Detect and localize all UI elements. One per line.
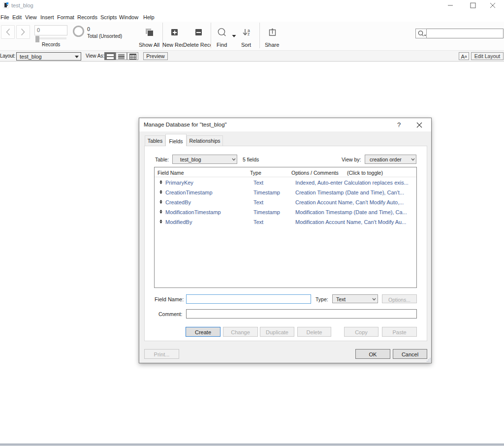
svg-text:z: z [248,32,250,36]
